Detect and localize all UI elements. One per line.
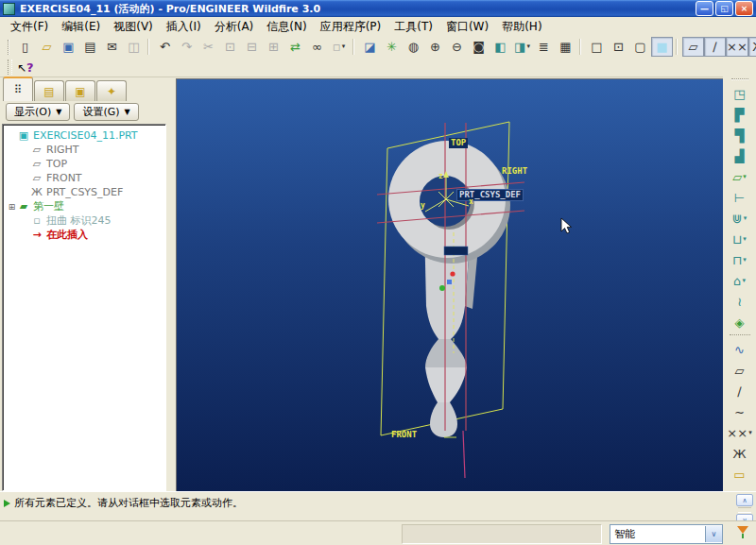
redo-icon[interactable]: ↷	[176, 37, 198, 57]
datum-axis-tool-icon[interactable]: ∕	[727, 381, 753, 401]
show-dropdown-button[interactable]: 显示(O) ▼	[6, 103, 70, 121]
favorites-tab[interactable]: ▣	[65, 80, 95, 101]
reorient-view-icon[interactable]: ◧	[490, 37, 511, 57]
toolbar-grip[interactable]	[731, 78, 748, 80]
handle-green[interactable]	[439, 285, 445, 291]
menu-applications[interactable]: 应用程序(P)	[314, 17, 388, 37]
model-twist-lower[interactable]	[425, 367, 467, 402]
flange-wall-icon[interactable]: ▜	[727, 125, 753, 145]
model-twist-upper[interactable]	[425, 339, 467, 367]
cut-icon[interactable]: ✂	[198, 37, 219, 57]
erase-icon[interactable]: ◫	[123, 37, 145, 57]
close-button[interactable]: ×	[735, 1, 753, 16]
menu-edit[interactable]: 编辑(E)	[55, 17, 107, 37]
context-help-icon[interactable]: ↖?	[17, 60, 34, 75]
selection-filter-combo[interactable]: 智能 ∨	[610, 524, 723, 544]
tree-item-right-plane[interactable]: ▱ RIGHT	[3, 143, 165, 157]
curve-through-points-icon[interactable]: ∿	[727, 339, 753, 360]
menu-info[interactable]: 信息(N)	[260, 17, 313, 37]
orient-mode-icon[interactable]: ◍	[403, 37, 424, 57]
tree-expander[interactable]: ⊞	[7, 202, 17, 212]
datum-csys-toggle-icon[interactable]: Ж	[748, 37, 756, 57]
view-manager-icon[interactable]: ▦	[555, 37, 576, 57]
graphics-viewport[interactable]: TOP RIGHT PRT_CSYS_DEF FRONT z y x	[176, 78, 725, 492]
right-plane-label[interactable]: RIGHT	[502, 166, 527, 177]
zoom-out-icon[interactable]: ⊖	[446, 37, 468, 57]
wireframe-style-icon[interactable]: □	[586, 37, 608, 57]
menu-tools[interactable]: 工具(T)	[387, 17, 439, 37]
rip-tool-icon[interactable]: ≀	[727, 291, 753, 312]
new-file-icon[interactable]: ▯	[14, 37, 36, 57]
datum-plane-toggle-icon[interactable]: ▱	[682, 37, 704, 57]
combo-dropdown-button[interactable]: ∨	[705, 526, 722, 542]
tree-item-first-wall[interactable]: ⊞ ▰ 第一壁	[3, 199, 165, 213]
tree-item-insert-here[interactable]: → 在此插入	[3, 228, 165, 242]
twist-wall-icon[interactable]: ▟	[727, 145, 753, 166]
flange-tool-icon[interactable]: ⋓▾	[727, 208, 753, 229]
copy-icon[interactable]: ⊡	[219, 37, 241, 57]
print-icon[interactable]: ▤	[79, 37, 101, 57]
punch-tool-icon[interactable]: ⊔▾	[727, 229, 753, 249]
model-tree-tab[interactable]: ⠿	[3, 77, 33, 101]
layers-icon[interactable]: ≣	[533, 37, 555, 57]
refit-icon[interactable]: ◙	[468, 37, 490, 57]
restore-button[interactable]: ◱	[715, 1, 733, 16]
send-mail-icon[interactable]: ✉	[101, 37, 123, 57]
tree-item-csys[interactable]: Ж PRT_CSYS_DEF	[3, 185, 165, 199]
feature-tag	[444, 247, 468, 255]
form-tool-icon[interactable]: ⌂▾	[727, 270, 753, 291]
datum-plane-tool-icon[interactable]: ▱	[727, 360, 753, 381]
menu-file[interactable]: 文件(F)	[4, 17, 55, 37]
tree-item-part[interactable]: ▣ EXERCISE04_11.PRT	[3, 128, 165, 143]
menu-view[interactable]: 视图(V)	[107, 17, 160, 37]
menu-insert[interactable]: 插入(I)	[160, 17, 208, 37]
curve-tool-icon[interactable]: ∼	[727, 401, 753, 422]
notch-tool-icon[interactable]: ⊓▾	[727, 249, 753, 270]
tree-item-top-plane[interactable]: ▱ TOP	[3, 157, 165, 171]
tree-item-twist[interactable]: ▫ 扭曲 标识245	[3, 213, 165, 228]
menu-analysis[interactable]: 分析(A)	[208, 17, 261, 37]
measure-tool-icon[interactable]: ▭	[727, 464, 753, 485]
open-folder-icon[interactable]: ▱	[36, 37, 58, 57]
utilities-tab[interactable]: ✦	[96, 80, 127, 101]
find-icon[interactable]: ∞	[306, 37, 328, 57]
shaded-style-icon[interactable]: ■	[651, 37, 673, 57]
zoom-in-icon[interactable]: ⊕	[424, 37, 446, 57]
style-tool-icon[interactable]: ◈	[727, 312, 753, 332]
repaint-icon[interactable]: ◪	[359, 37, 381, 57]
menu-window[interactable]: 窗口(W)	[439, 17, 495, 37]
datum-point-toggle-icon[interactable]: ××	[726, 37, 748, 57]
minimize-button[interactable]: —	[696, 1, 713, 16]
message-scroll-up-button[interactable]: ∧	[736, 494, 753, 506]
top-plane-label[interactable]: TOP	[449, 138, 468, 148]
paste-special-icon[interactable]: ⊞	[263, 37, 284, 57]
handle-blue[interactable]	[447, 280, 452, 284]
paste-icon[interactable]: ⊟	[241, 37, 263, 57]
hidden-line-style-icon[interactable]: ⊡	[608, 37, 629, 57]
tree-item-front-plane[interactable]: ▱ FRONT	[3, 171, 165, 185]
extend-wall-icon[interactable]: ⊢	[727, 187, 753, 208]
handle-red[interactable]	[450, 271, 455, 276]
csys-tool-icon[interactable]: Ж	[727, 443, 753, 464]
extrude-tool-icon[interactable]: ◳	[727, 83, 753, 104]
model-tip[interactable]	[430, 402, 457, 437]
datum-axis-toggle-icon[interactable]: ∕	[704, 37, 726, 57]
undo-icon[interactable]: ↶	[154, 37, 176, 57]
flat-wall-icon[interactable]: ▛	[727, 104, 753, 125]
select-box-icon[interactable]: ▫▾	[328, 37, 350, 57]
toolbar-grip[interactable]	[8, 40, 9, 55]
front-plane-label[interactable]: FRONT	[391, 430, 417, 440]
save-icon[interactable]: ▣	[58, 37, 79, 57]
unattached-wall-icon[interactable]: ▱▾	[727, 166, 753, 187]
menu-help[interactable]: 帮助(H)	[495, 17, 548, 37]
spin-center-icon[interactable]: ✳	[381, 37, 403, 57]
regenerate-icon[interactable]: ⇄	[284, 37, 306, 57]
saved-views-icon[interactable]: ◨▾	[511, 37, 533, 57]
csys-label[interactable]: PRT_CSYS_DEF	[456, 189, 524, 201]
message-resize-grip[interactable]	[738, 507, 751, 513]
layer-tree-tab[interactable]: ▤	[34, 80, 64, 101]
toolbar-grip[interactable]	[8, 60, 12, 75]
settings-dropdown-button[interactable]: 设置(G) ▼	[74, 103, 138, 121]
no-hidden-style-icon[interactable]: ▢	[629, 37, 651, 57]
datum-point-tool-icon[interactable]: ××▾	[727, 422, 753, 443]
